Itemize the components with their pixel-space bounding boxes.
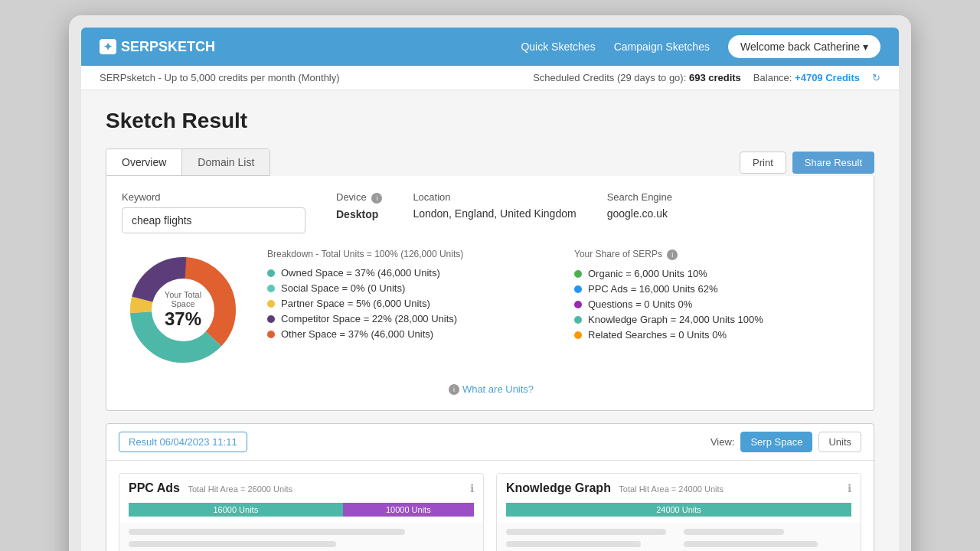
refresh-icon[interactable]: ↻ (872, 72, 880, 83)
page-title: Sketch Result (106, 109, 874, 133)
search-engine-value: google.co.uk (607, 207, 672, 220)
serp-section: Your Share of SERPs i Organic = 6,000 Un… (574, 249, 858, 341)
donut-label-small: Your Total Space (152, 290, 214, 308)
breakdown-item-partner: Partner Space = 5% (6,000 Units) (267, 298, 551, 309)
kg-progress-bar: 24000 Units (506, 503, 851, 517)
device-field-group: Device i Desktop (336, 191, 382, 220)
serp-item-questions: Questions = 0 Units 0% (574, 298, 858, 310)
brand-logo: ✦ SERPSKETCH (100, 39, 215, 55)
overview-panel: Keyword Device i Desktop Location London… (106, 176, 874, 411)
credits-right: Scheduled Credits (29 days to go): 693 c… (533, 72, 880, 83)
social-dot (267, 285, 275, 292)
units-info-icon: i (449, 384, 459, 395)
result-section: Result 06/04/2023 11:11 View: Serp Space… (106, 423, 874, 551)
ppc-card-subtitle: Total Hit Area = 26000 Units (188, 484, 292, 494)
skeleton-line (684, 529, 785, 535)
skeleton-line (684, 541, 818, 547)
serp-title: Your Share of SERPs i (574, 249, 858, 260)
device-value: Desktop (336, 208, 382, 220)
partner-dot (267, 300, 275, 308)
serp-info-icon[interactable]: i (667, 249, 678, 260)
kg-bar-seg-1: 24000 Units (506, 503, 851, 517)
ppc-card-title-row: PPC Ads Total Hit Area = 26000 Units (129, 481, 292, 495)
breakdown-items: Owned Space = 37% (46,000 Units) Social … (267, 267, 551, 340)
donut-chart: Your Total Space 37% (122, 249, 244, 371)
tab-overview[interactable]: Overview (106, 149, 182, 175)
keyword-input[interactable] (122, 207, 305, 233)
competitor-dot (267, 315, 275, 323)
brand-name: SERPSKETCH (121, 39, 215, 55)
tab-bar: Overview Domain List Print Share Result (106, 148, 874, 176)
ppc-dot (574, 285, 582, 293)
kg-card-title-row: Knowledge Graph Total Hit Area = 24000 U… (506, 481, 724, 495)
serp-item-related: Related Searches = 0 Units 0% (574, 329, 858, 341)
serp-items: Organic = 6,000 Units 10% PPC Ads = 16,0… (574, 268, 858, 341)
balance-label: Balance: +4709 Credits (753, 72, 860, 83)
owned-dot (267, 269, 275, 277)
ppc-card-header: PPC Ads Total Hit Area = 26000 Units ℹ (119, 474, 483, 503)
ppc-card-info-icon[interactable]: ℹ (470, 482, 474, 494)
print-button[interactable]: Print (740, 152, 786, 174)
view-serp-button[interactable]: Serp Space (740, 432, 812, 452)
keyword-label: Keyword (122, 191, 305, 203)
location-field-group: Location London, England, United Kingdom (413, 191, 576, 220)
main-content: Sketch Result Overview Domain List Print… (81, 90, 899, 551)
serp-item-ppc: PPC Ads = 16,000 Units 62% (574, 283, 858, 295)
logo-icon: ✦ (100, 39, 116, 54)
questions-dot (574, 301, 582, 308)
knowledge-graph-card: Knowledge Graph Total Hit Area = 24000 U… (496, 473, 861, 551)
search-engine-label: Search Engine (607, 191, 672, 203)
plan-text: SERPsketch - Up to 5,000 credits per mon… (100, 72, 340, 83)
user-menu-button[interactable]: Welcome back Catherine ▾ (728, 35, 880, 58)
chart-section: Your Total Space 37% Breakdown - Total U… (122, 249, 858, 371)
skeleton-line (129, 529, 405, 535)
campaign-sketches-link[interactable]: Campaign Sketches (614, 41, 710, 53)
device-info-icon[interactable]: i (371, 193, 382, 204)
skeleton-line (129, 541, 336, 547)
skeleton-line (506, 541, 641, 547)
kg-card-subtitle: Total Hit Area = 24000 Units (619, 484, 724, 494)
view-toggle: View: Serp Space Units (710, 432, 861, 452)
keyword-field-group: Keyword (122, 191, 305, 233)
breakdown-item-competitor: Competitor Space = 22% (28,000 Units) (267, 313, 551, 324)
ppc-card-title: PPC Ads (129, 481, 180, 494)
breakdown-item-other: Other Space = 37% (46,000 Units) (267, 328, 551, 340)
breakdown-section: Breakdown - Total Units = 100% (126,000 … (267, 249, 551, 340)
result-header: Result 06/04/2023 11:11 View: Serp Space… (106, 424, 874, 461)
other-dot (267, 331, 275, 338)
quick-sketches-link[interactable]: Quick Sketches (521, 41, 595, 53)
kg-card-body (497, 523, 861, 551)
what-are-units-link[interactable]: i What are Units? (122, 383, 858, 395)
credits-bar: SERPsketch - Up to 5,000 credits per mon… (81, 66, 899, 90)
ppc-bar-seg-1: 16000 Units (129, 503, 343, 517)
view-label: View: (710, 436, 735, 448)
related-dot (574, 331, 582, 339)
serp-item-organic: Organic = 6,000 Units 10% (574, 268, 858, 279)
location-label: Location (413, 191, 576, 203)
result-date-tab[interactable]: Result 06/04/2023 11:11 (119, 432, 247, 452)
ppc-bar-seg-2: 10000 Units (343, 503, 474, 517)
balance-value: +4709 Credits (795, 72, 860, 83)
ppc-progress-bar: 16000 Units 10000 Units (129, 503, 474, 517)
scheduled-value: 693 credits (689, 72, 741, 83)
location-value: London, England, United Kingdom (413, 207, 576, 220)
keyword-row: Keyword Device i Desktop Location London… (122, 191, 858, 233)
kg-card-info-icon[interactable]: ℹ (848, 482, 851, 494)
kg-card-title: Knowledge Graph (506, 481, 611, 494)
ppc-ads-card: PPC Ads Total Hit Area = 26000 Units ℹ 1… (119, 473, 484, 551)
donut-label: Your Total Space 37% (152, 290, 214, 330)
tab-domain-list[interactable]: Domain List (182, 149, 270, 175)
ppc-card-body (119, 523, 483, 551)
tabs: Overview Domain List (106, 148, 270, 176)
view-units-button[interactable]: Units (818, 432, 861, 452)
share-button[interactable]: Share Result (792, 152, 874, 174)
serp-item-knowledge: Knowledge Graph = 24,000 Units 100% (574, 314, 858, 325)
cards-row: PPC Ads Total Hit Area = 26000 Units ℹ 1… (106, 461, 874, 551)
breakdown-item-owned: Owned Space = 37% (46,000 Units) (267, 267, 551, 279)
donut-pct: 37% (152, 308, 214, 330)
search-engine-field-group: Search Engine google.co.uk (607, 191, 672, 220)
breakdown-item-social: Social Space = 0% (0 Units) (267, 282, 551, 294)
kg-card-header: Knowledge Graph Total Hit Area = 24000 U… (497, 474, 861, 503)
navbar: ✦ SERPSKETCH Quick Sketches Campaign Ske… (81, 28, 899, 66)
breakdown-title: Breakdown - Total Units = 100% (126,000 … (267, 249, 551, 259)
